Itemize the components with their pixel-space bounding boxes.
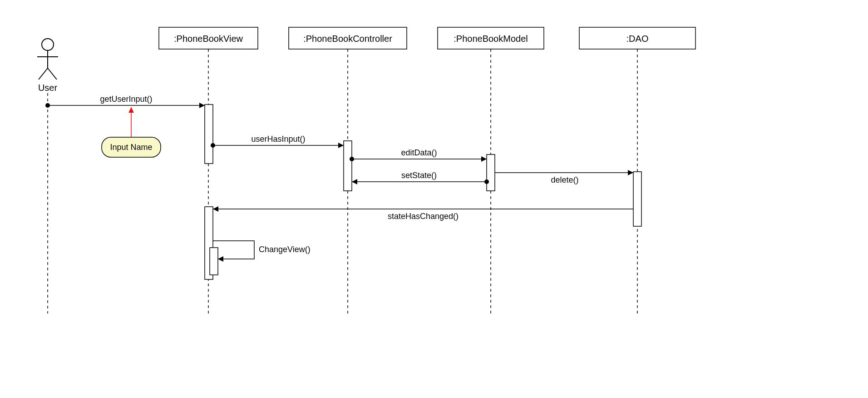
- message-label-userHasInput: userHasInput(): [251, 134, 305, 144]
- message-label-stateHasChanged: stateHasChanged(): [388, 212, 459, 221]
- activation-dao: [633, 172, 641, 226]
- message-label-editData: editData(): [401, 148, 437, 157]
- svg-line-4: [39, 68, 48, 80]
- note-input-name: Input Name: [102, 107, 161, 157]
- actor-user: User: [37, 39, 58, 93]
- svg-line-5: [48, 68, 57, 80]
- message-changeView: [213, 241, 254, 259]
- actor-label: User: [38, 83, 58, 93]
- note-label: Input Name: [110, 143, 152, 152]
- message-label-getUserInput: getUserInput(): [100, 95, 152, 104]
- lifeline-label-1: :PhoneBookController: [303, 34, 392, 44]
- activation-model: [487, 154, 495, 191]
- lifeline-label-0: :PhoneBookView: [174, 34, 243, 44]
- lifeline-dao: :DAO: [579, 27, 695, 313]
- sequence-diagram: User :PhoneBookView :PhoneBookController…: [0, 0, 868, 398]
- message-label-delete: delete(): [551, 175, 578, 184]
- lifeline-label-3: :DAO: [626, 34, 649, 44]
- message-label-setState: setState(): [401, 171, 437, 180]
- message-label-changeView: ChangeView(): [259, 245, 311, 254]
- activation-controller: [344, 141, 352, 191]
- svg-point-1: [42, 39, 54, 50]
- activation-view-1: [205, 104, 213, 164]
- lifeline-label-2: :PhoneBookModel: [454, 34, 528, 44]
- activation-view-self: [210, 248, 218, 275]
